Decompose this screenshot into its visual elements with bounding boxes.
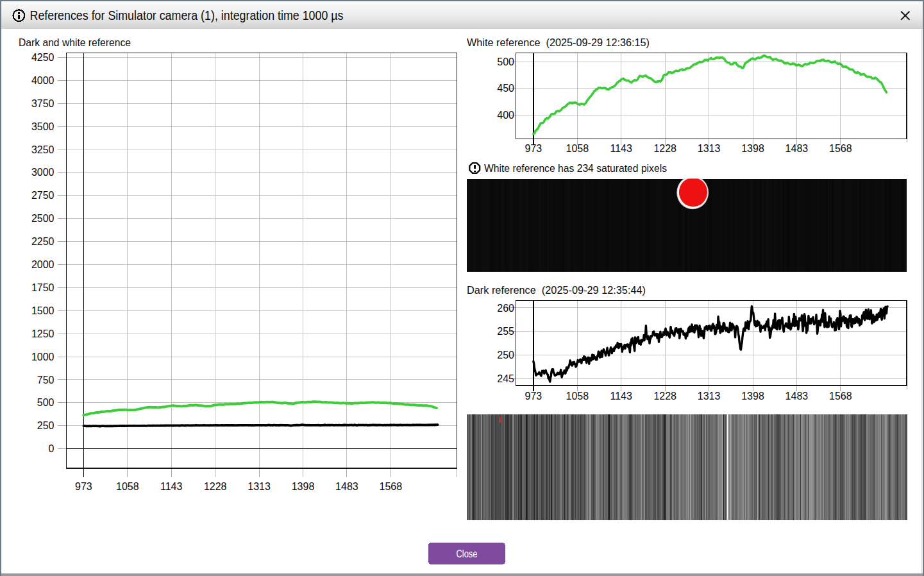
svg-text:255: 255 bbox=[497, 326, 514, 337]
svg-text:500: 500 bbox=[37, 397, 55, 408]
svg-text:3000: 3000 bbox=[31, 167, 55, 178]
svg-text:3500: 3500 bbox=[31, 121, 55, 132]
svg-text:1000: 1000 bbox=[31, 352, 55, 362]
svg-text:1058: 1058 bbox=[566, 143, 589, 154]
svg-text:Dark and white reference: Dark and white reference bbox=[19, 37, 131, 49]
svg-text:250: 250 bbox=[37, 420, 55, 431]
svg-text:1250: 1250 bbox=[31, 328, 55, 339]
svg-text:1143: 1143 bbox=[160, 481, 183, 492]
svg-text:2500: 2500 bbox=[31, 213, 55, 224]
svg-text:973: 973 bbox=[75, 481, 92, 492]
svg-text:4250: 4250 bbox=[31, 52, 55, 63]
svg-text:500: 500 bbox=[497, 56, 514, 67]
svg-text:1228: 1228 bbox=[653, 143, 676, 154]
svg-text:245: 245 bbox=[497, 373, 514, 384]
svg-text:White reference (2025-09-29 1: White reference (2025-09-29 12:36:15) bbox=[467, 37, 650, 49]
svg-text:Dark reference (2025-09-29 12: Dark reference (2025-09-29 12:35:44) bbox=[467, 284, 646, 296]
svg-text:1568: 1568 bbox=[380, 481, 403, 492]
svg-text:1313: 1313 bbox=[248, 481, 271, 492]
svg-text:3750: 3750 bbox=[31, 98, 55, 109]
svg-text:1398: 1398 bbox=[741, 143, 764, 154]
svg-text:1313: 1313 bbox=[698, 143, 721, 154]
svg-text:1228: 1228 bbox=[653, 391, 676, 402]
svg-text:400: 400 bbox=[497, 110, 514, 121]
svg-text:1058: 1058 bbox=[566, 391, 589, 402]
svg-text:1500: 1500 bbox=[31, 305, 55, 316]
svg-text:1058: 1058 bbox=[116, 481, 139, 492]
svg-text:1228: 1228 bbox=[204, 481, 227, 492]
svg-text:4000: 4000 bbox=[31, 75, 55, 86]
svg-text:973: 973 bbox=[525, 391, 542, 402]
svg-text:250: 250 bbox=[497, 350, 514, 360]
svg-text:260: 260 bbox=[497, 303, 514, 314]
svg-text:2250: 2250 bbox=[31, 236, 55, 247]
svg-text:1568: 1568 bbox=[829, 143, 852, 154]
svg-text:2750: 2750 bbox=[31, 190, 55, 201]
svg-text:450: 450 bbox=[497, 83, 514, 94]
svg-text:750: 750 bbox=[37, 375, 55, 385]
svg-text:2000: 2000 bbox=[31, 259, 55, 270]
svg-text:1568: 1568 bbox=[829, 391, 852, 402]
svg-text:1313: 1313 bbox=[698, 391, 721, 402]
svg-text:1143: 1143 bbox=[610, 143, 632, 154]
svg-text:1483: 1483 bbox=[785, 391, 809, 402]
svg-text:1483: 1483 bbox=[785, 143, 809, 154]
svg-text:References for Simulator camer: References for Simulator camera (1), int… bbox=[30, 9, 344, 22]
svg-text:1143: 1143 bbox=[610, 391, 632, 402]
svg-text:3250: 3250 bbox=[31, 144, 55, 155]
svg-text:0: 0 bbox=[49, 443, 55, 454]
svg-text:1483: 1483 bbox=[335, 481, 358, 492]
svg-text:White reference has 234 satura: White reference has 234 saturated pixels bbox=[484, 162, 667, 174]
svg-text:1398: 1398 bbox=[292, 481, 315, 492]
svg-text:Close: Close bbox=[457, 548, 478, 559]
svg-text:1398: 1398 bbox=[741, 391, 764, 402]
svg-text:1750: 1750 bbox=[31, 282, 55, 293]
